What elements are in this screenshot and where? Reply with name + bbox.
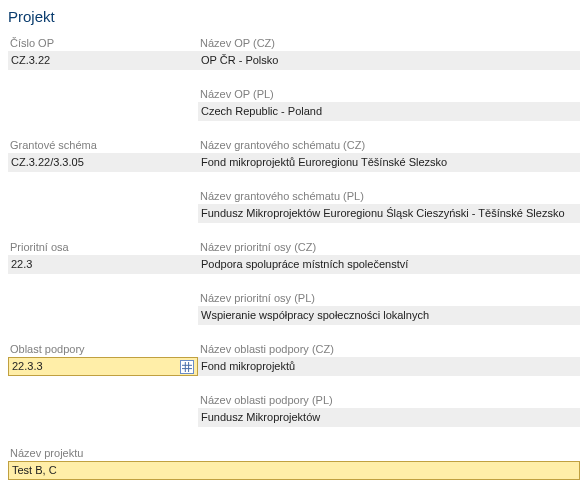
label-nazev-op-pl: Název OP (PL) <box>198 86 580 102</box>
value-nazev-projektu: Test B, C <box>12 463 57 478</box>
label-nazev-osa-pl: Název prioritní osy (PL) <box>198 290 580 306</box>
label-nazev-schema-cz: Název grantového schématu (CZ) <box>198 137 580 153</box>
label-nazev-op-cz: Název OP (CZ) <box>198 35 580 51</box>
value-grantove-schema: CZ.3.22/3.3.05 <box>8 153 198 172</box>
page-title: Projekt <box>8 8 580 25</box>
label-cislo-op: Číslo OP <box>8 35 198 51</box>
label-oblast-podpory: Oblast podpory <box>8 341 198 357</box>
input-nazev-projektu[interactable]: Test B, C <box>8 461 580 480</box>
value-cislo-op: CZ.3.22 <box>8 51 198 70</box>
label-grantove-schema: Grantové schéma <box>8 137 198 153</box>
label-nazev-oblast-cz: Název oblasti podpory (CZ) <box>198 341 580 357</box>
value-prioritni-osa: 22.3 <box>8 255 198 274</box>
value-nazev-oblast-pl: Fundusz Mikroprojektów <box>198 408 580 427</box>
label-nazev-osa-cz: Název prioritní osy (CZ) <box>198 239 580 255</box>
value-oblast-podpory: 22.3.3 <box>12 359 43 374</box>
project-form: Číslo OP CZ.3.22 Název OP (CZ) OP ČR - P… <box>8 35 580 480</box>
lookup-icon[interactable] <box>180 360 194 374</box>
value-nazev-op-pl: Czech Republic - Poland <box>198 102 580 121</box>
label-nazev-schema-pl: Název grantového schématu (PL) <box>198 188 580 204</box>
value-nazev-oblast-cz: Fond mikroprojektů <box>198 357 580 376</box>
value-nazev-op-cz: OP ČR - Polsko <box>198 51 580 70</box>
label-nazev-projektu: Název projektu <box>8 445 580 461</box>
value-nazev-osa-pl: Wspieranie współpracy społeczności lokal… <box>198 306 580 325</box>
value-nazev-schema-cz: Fond mikroprojektů Euroregionu Těšínské … <box>198 153 580 172</box>
label-nazev-oblast-pl: Název oblasti podpory (PL) <box>198 392 580 408</box>
value-nazev-osa-cz: Podpora spolupráce místních společenství <box>198 255 580 274</box>
input-oblast-podpory[interactable]: 22.3.3 <box>8 357 198 376</box>
label-prioritni-osa: Prioritní osa <box>8 239 198 255</box>
value-nazev-schema-pl: Fundusz Mikroprojektów Euroregionu Śląsk… <box>198 204 580 223</box>
svg-rect-0 <box>182 362 192 372</box>
